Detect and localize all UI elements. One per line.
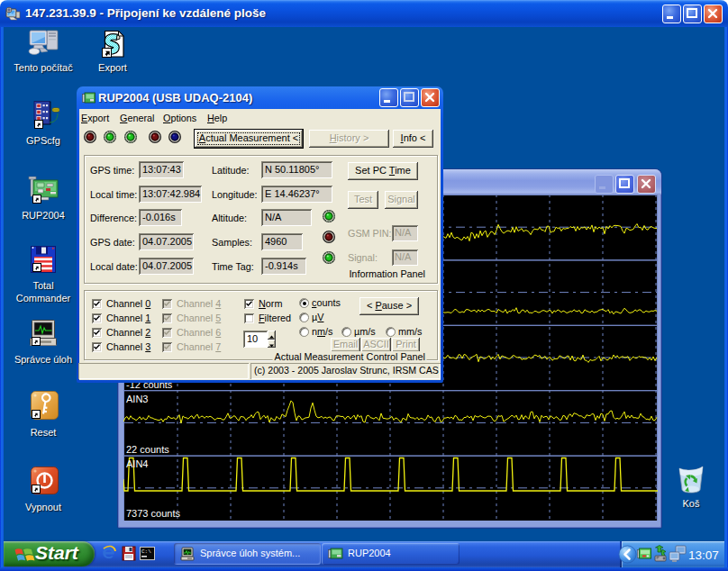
svg-text:AIN4: AIN4 <box>126 458 148 469</box>
svg-text:AIN3: AIN3 <box>126 394 148 404</box>
svg-text:7373 counts: 7373 counts <box>126 508 180 519</box>
svg-text:22 counts: 22 counts <box>126 444 169 455</box>
svg-text:C:\: C:\ <box>141 548 151 555</box>
